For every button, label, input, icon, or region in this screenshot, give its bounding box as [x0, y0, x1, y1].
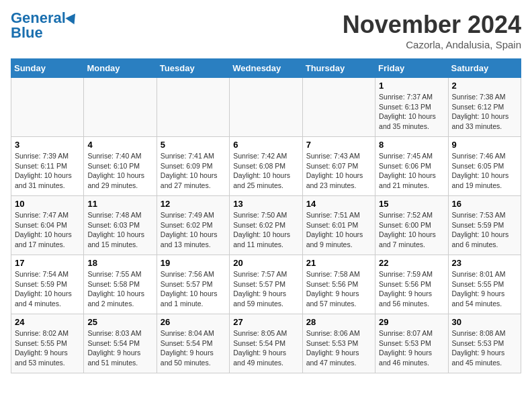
day-number: 10	[15, 199, 80, 209]
calendar-day: 9Sunrise: 7:46 AM Sunset: 6:05 PM Daylig…	[448, 137, 521, 196]
calendar-day: 24Sunrise: 8:02 AM Sunset: 5:55 PM Dayli…	[11, 314, 84, 373]
calendar-week-2: 3Sunrise: 7:39 AM Sunset: 6:11 PM Daylig…	[11, 137, 521, 196]
calendar-day: 23Sunrise: 8:01 AM Sunset: 5:55 PM Dayli…	[448, 255, 521, 314]
day-info: Sunrise: 7:39 AM Sunset: 6:11 PM Dayligh…	[15, 151, 80, 191]
day-number: 5	[161, 140, 226, 150]
calendar-week-3: 10Sunrise: 7:47 AM Sunset: 6:04 PM Dayli…	[11, 196, 521, 255]
calendar-day	[84, 78, 157, 137]
day-number: 28	[306, 317, 371, 327]
day-info: Sunrise: 8:05 AM Sunset: 5:54 PM Dayligh…	[233, 328, 298, 368]
day-number: 29	[379, 317, 444, 327]
day-info: Sunrise: 7:49 AM Sunset: 6:02 PM Dayligh…	[161, 210, 226, 250]
calendar-day: 12Sunrise: 7:49 AM Sunset: 6:02 PM Dayli…	[157, 196, 229, 255]
day-info: Sunrise: 7:57 AM Sunset: 5:57 PM Dayligh…	[233, 269, 298, 309]
day-number: 15	[379, 199, 444, 209]
day-number: 18	[87, 258, 152, 268]
calendar-day: 26Sunrise: 8:04 AM Sunset: 5:54 PM Dayli…	[157, 314, 229, 373]
day-number: 20	[233, 258, 298, 268]
weekday-header-saturday: Saturday	[448, 59, 521, 78]
day-number: 19	[161, 258, 226, 268]
calendar-day: 8Sunrise: 7:45 AM Sunset: 6:06 PM Daylig…	[375, 137, 448, 196]
day-number: 9	[452, 140, 517, 150]
calendar-day: 20Sunrise: 7:57 AM Sunset: 5:57 PM Dayli…	[230, 255, 302, 314]
calendar-day: 19Sunrise: 7:56 AM Sunset: 5:57 PM Dayli…	[157, 255, 229, 314]
day-info: Sunrise: 8:06 AM Sunset: 5:53 PM Dayligh…	[306, 328, 371, 368]
day-info: Sunrise: 8:01 AM Sunset: 5:55 PM Dayligh…	[452, 269, 517, 309]
calendar-day: 1Sunrise: 7:37 AM Sunset: 6:13 PM Daylig…	[375, 78, 448, 137]
day-info: Sunrise: 7:55 AM Sunset: 5:58 PM Dayligh…	[87, 269, 152, 309]
calendar-day: 21Sunrise: 7:58 AM Sunset: 5:56 PM Dayli…	[302, 255, 375, 314]
day-info: Sunrise: 7:54 AM Sunset: 5:59 PM Dayligh…	[15, 269, 80, 309]
calendar-day: 4Sunrise: 7:40 AM Sunset: 6:10 PM Daylig…	[84, 137, 157, 196]
calendar-day: 15Sunrise: 7:52 AM Sunset: 6:00 PM Dayli…	[375, 196, 448, 255]
day-number: 11	[87, 199, 152, 209]
calendar-day: 25Sunrise: 8:03 AM Sunset: 5:54 PM Dayli…	[84, 314, 157, 373]
calendar-day: 6Sunrise: 7:42 AM Sunset: 6:08 PM Daylig…	[230, 137, 302, 196]
day-info: Sunrise: 7:47 AM Sunset: 6:04 PM Dayligh…	[15, 210, 80, 250]
day-number: 14	[306, 199, 371, 209]
calendar-day: 10Sunrise: 7:47 AM Sunset: 6:04 PM Dayli…	[11, 196, 84, 255]
calendar-day: 22Sunrise: 7:59 AM Sunset: 5:56 PM Dayli…	[375, 255, 448, 314]
day-number: 21	[306, 258, 371, 268]
calendar-day: 29Sunrise: 8:07 AM Sunset: 5:53 PM Dayli…	[375, 314, 448, 373]
day-number: 12	[161, 199, 226, 209]
calendar-day: 27Sunrise: 8:05 AM Sunset: 5:54 PM Dayli…	[230, 314, 302, 373]
day-number: 16	[452, 199, 517, 209]
day-info: Sunrise: 7:50 AM Sunset: 6:02 PM Dayligh…	[233, 210, 298, 250]
calendar-day: 28Sunrise: 8:06 AM Sunset: 5:53 PM Dayli…	[302, 314, 375, 373]
day-number: 26	[161, 317, 226, 327]
day-info: Sunrise: 7:59 AM Sunset: 5:56 PM Dayligh…	[379, 269, 444, 309]
calendar-day	[11, 78, 84, 137]
logo: General Blue	[11, 11, 78, 40]
day-info: Sunrise: 8:08 AM Sunset: 5:53 PM Dayligh…	[452, 328, 517, 368]
weekday-header-friday: Friday	[375, 59, 448, 78]
page-header: General Blue November 2024 Cazorla, Anda…	[11, 11, 521, 50]
day-info: Sunrise: 8:03 AM Sunset: 5:54 PM Dayligh…	[87, 328, 152, 368]
day-info: Sunrise: 7:46 AM Sunset: 6:05 PM Dayligh…	[452, 151, 517, 191]
day-info: Sunrise: 7:42 AM Sunset: 6:08 PM Dayligh…	[233, 151, 298, 191]
day-info: Sunrise: 7:51 AM Sunset: 6:01 PM Dayligh…	[306, 210, 371, 250]
day-info: Sunrise: 8:04 AM Sunset: 5:54 PM Dayligh…	[161, 328, 226, 368]
day-number: 23	[452, 258, 517, 268]
month-title: November 2024	[343, 11, 521, 39]
day-info: Sunrise: 7:48 AM Sunset: 6:03 PM Dayligh…	[87, 210, 152, 250]
calendar-day: 13Sunrise: 7:50 AM Sunset: 6:02 PM Dayli…	[230, 196, 302, 255]
calendar-day: 17Sunrise: 7:54 AM Sunset: 5:59 PM Dayli…	[11, 255, 84, 314]
day-info: Sunrise: 7:45 AM Sunset: 6:06 PM Dayligh…	[379, 151, 444, 191]
calendar-table: SundayMondayTuesdayWednesdayThursdayFrid…	[11, 58, 521, 373]
day-number: 17	[15, 258, 80, 268]
weekday-header-row: SundayMondayTuesdayWednesdayThursdayFrid…	[11, 59, 521, 78]
logo-triangle-icon	[65, 11, 79, 25]
calendar-body: 1Sunrise: 7:37 AM Sunset: 6:13 PM Daylig…	[11, 78, 521, 373]
day-number: 13	[233, 199, 298, 209]
day-number: 6	[233, 140, 298, 150]
calendar-day: 11Sunrise: 7:48 AM Sunset: 6:03 PM Dayli…	[84, 196, 157, 255]
calendar-day: 2Sunrise: 7:38 AM Sunset: 6:12 PM Daylig…	[448, 78, 521, 137]
weekday-header-sunday: Sunday	[11, 59, 84, 78]
calendar-day: 18Sunrise: 7:55 AM Sunset: 5:58 PM Dayli…	[84, 255, 157, 314]
day-info: Sunrise: 7:38 AM Sunset: 6:12 PM Dayligh…	[452, 92, 517, 132]
calendar-day	[230, 78, 302, 137]
location: Cazorla, Andalusia, Spain	[343, 39, 521, 50]
day-number: 30	[452, 317, 517, 327]
weekday-header-tuesday: Tuesday	[157, 59, 229, 78]
day-info: Sunrise: 7:41 AM Sunset: 6:09 PM Dayligh…	[161, 151, 226, 191]
logo-text: General	[11, 11, 66, 26]
calendar-week-5: 24Sunrise: 8:02 AM Sunset: 5:55 PM Dayli…	[11, 314, 521, 373]
day-info: Sunrise: 7:58 AM Sunset: 5:56 PM Dayligh…	[306, 269, 371, 309]
calendar-day: 7Sunrise: 7:43 AM Sunset: 6:07 PM Daylig…	[302, 137, 375, 196]
day-info: Sunrise: 7:53 AM Sunset: 5:59 PM Dayligh…	[452, 210, 517, 250]
weekday-header-wednesday: Wednesday	[230, 59, 302, 78]
day-number: 1	[379, 81, 444, 91]
day-info: Sunrise: 7:40 AM Sunset: 6:10 PM Dayligh…	[87, 151, 152, 191]
day-number: 25	[87, 317, 152, 327]
day-number: 8	[379, 140, 444, 150]
weekday-header-thursday: Thursday	[302, 59, 375, 78]
day-number: 4	[87, 140, 152, 150]
day-number: 27	[233, 317, 298, 327]
day-info: Sunrise: 7:56 AM Sunset: 5:57 PM Dayligh…	[161, 269, 226, 309]
calendar-day: 5Sunrise: 7:41 AM Sunset: 6:09 PM Daylig…	[157, 137, 229, 196]
weekday-header-monday: Monday	[84, 59, 157, 78]
day-info: Sunrise: 8:07 AM Sunset: 5:53 PM Dayligh…	[379, 328, 444, 368]
day-info: Sunrise: 7:43 AM Sunset: 6:07 PM Dayligh…	[306, 151, 371, 191]
